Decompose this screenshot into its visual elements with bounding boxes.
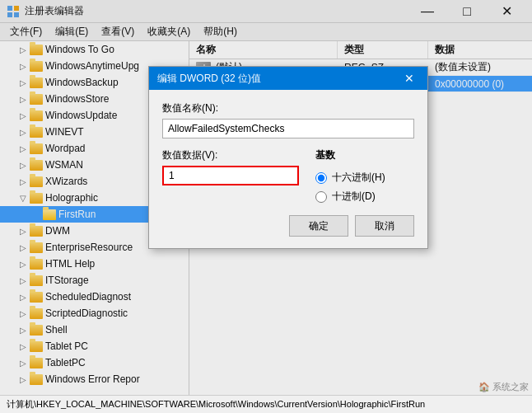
cancel-button[interactable]: 取消 xyxy=(355,215,414,237)
dialog-buttons: 确定 取消 xyxy=(162,215,414,237)
dialog-title: 编辑 DWORD (32 位)值 xyxy=(157,72,399,86)
radio-dec[interactable] xyxy=(315,191,327,203)
radio-hex[interactable] xyxy=(315,172,327,184)
radio-hex-row: 十六进制(H) xyxy=(315,171,414,185)
status-text: 计算机\HKEY_LOCAL_MACHINE\SOFTWARE\Microsof… xyxy=(7,398,425,411)
confirm-button[interactable]: 确定 xyxy=(289,215,348,237)
status-bar: 计算机\HKEY_LOCAL_MACHINE\SOFTWARE\Microsof… xyxy=(0,395,532,413)
name-input[interactable] xyxy=(162,119,414,138)
dialog-close-button[interactable]: ✕ xyxy=(399,70,419,87)
base-group: 基数 十六进制(H) 十进制(D) xyxy=(315,148,414,204)
base-label: 基数 xyxy=(315,148,414,162)
dialog-body: 数值名称(N): 数值数据(V): 基数 十六进制(H) 十进制(D) xyxy=(149,90,427,248)
radio-dec-row: 十进制(D) xyxy=(315,190,414,204)
edit-dword-dialog: 编辑 DWORD (32 位)值 ✕ 数值名称(N): 数值数据(V): 基数 … xyxy=(148,66,428,249)
dialog-title-bar: 编辑 DWORD (32 位)值 ✕ xyxy=(149,67,427,90)
data-input[interactable] xyxy=(162,166,299,185)
name-label: 数值名称(N): xyxy=(162,101,414,115)
radio-dec-label: 十进制(D) xyxy=(332,190,376,204)
dialog-overlay: 编辑 DWORD (32 位)值 ✕ 数值名称(N): 数值数据(V): 基数 … xyxy=(0,0,532,395)
radio-hex-label: 十六进制(H) xyxy=(332,171,385,185)
data-label: 数值数据(V): xyxy=(162,148,302,162)
